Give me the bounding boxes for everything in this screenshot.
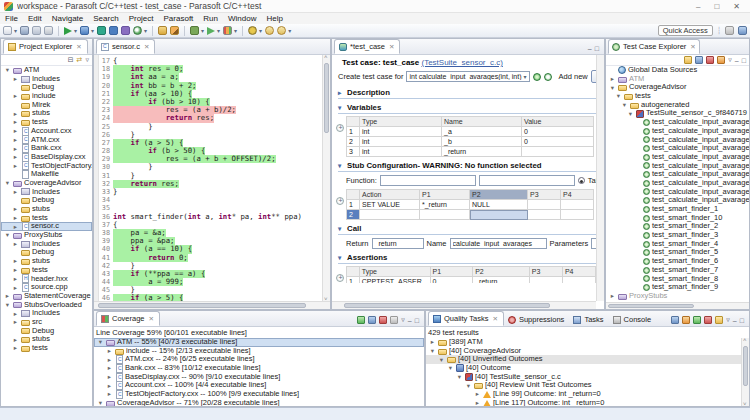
table-row[interactable]: 2int_b0 (347, 137, 594, 147)
expander-icon[interactable]: ▸ (474, 399, 481, 406)
expander-icon[interactable]: ▾ (621, 101, 628, 109)
collapse-all-icon[interactable]: ⊟ (68, 56, 74, 64)
minimize-view-icon[interactable]: – (588, 45, 592, 52)
expander-icon[interactable]: ▸ (12, 153, 19, 161)
table-cell[interactable]: int (360, 147, 442, 157)
external-tools-menu-icon[interactable]: ▾ (259, 27, 262, 34)
expander-icon[interactable]: ▾ (465, 382, 472, 390)
expand-coverage-icon[interactable] (357, 316, 365, 324)
analyze-menu-icon[interactable]: ▾ (144, 27, 147, 34)
table-cell[interactable]: _a (442, 127, 522, 137)
column-header[interactable]: Value (522, 117, 594, 127)
menu-navigate[interactable]: Navigate (47, 14, 89, 23)
table-cell[interactable]: 1 (347, 127, 360, 137)
column-header[interactable] (347, 117, 360, 127)
table-row[interactable]: 3int_return (347, 147, 594, 157)
expander-icon[interactable]: ▾ (4, 66, 11, 74)
column-header[interactable]: Action (360, 190, 420, 200)
tab-tasks[interactable]: Tasks (569, 313, 608, 326)
table-cell[interactable]: SET VALUE (360, 200, 420, 210)
column-header[interactable]: P2 (473, 267, 530, 277)
table-cell[interactable] (420, 210, 470, 220)
function-input-1[interactable] (380, 175, 476, 186)
table-cell[interactable] (528, 210, 561, 220)
back-icon[interactable] (265, 26, 274, 35)
table-radio[interactable] (578, 177, 585, 184)
parasoft-a-icon[interactable] (97, 26, 106, 35)
quick-access-button[interactable]: Quick Access (658, 25, 713, 36)
expander-icon[interactable]: ▸ (338, 89, 344, 97)
expander-icon[interactable]: ▸ (12, 275, 19, 283)
run-menu-icon[interactable]: ▾ (217, 27, 220, 34)
minimize-view-icon[interactable]: – (735, 57, 739, 64)
close-icon[interactable]: ✕ (733, 2, 740, 11)
expander-icon[interactable]: ▾ (97, 399, 104, 406)
variables-table[interactable]: TypeNameValue1int_a02int_b03int_return (346, 116, 594, 157)
expander-icon[interactable]: ▸ (106, 373, 113, 381)
forward-icon[interactable] (277, 26, 286, 35)
test-suite-link[interactable]: (TestSuite_sensor_c.c) (421, 58, 502, 67)
delete-icon[interactable] (704, 316, 712, 324)
expander-icon[interactable]: ▸ (12, 284, 19, 292)
maximize-view-icon[interactable]: □ (742, 57, 746, 64)
maximize-icon[interactable]: □ (714, 2, 719, 11)
test-run-icon[interactable] (64, 27, 72, 35)
expander-icon[interactable]: ▸ (12, 318, 19, 326)
expander-icon[interactable]: ▾ (456, 373, 463, 381)
testcase-vscrollbar[interactable] (596, 55, 604, 301)
tab-coverage[interactable]: Coverage ✕ (96, 311, 160, 326)
cpp-perspective-icon[interactable] (738, 26, 747, 35)
table-cell[interactable] (562, 277, 595, 284)
table-cell[interactable] (561, 200, 594, 210)
view-menu-icon[interactable]: ▿ (401, 316, 405, 324)
assertions-table[interactable]: TypeP1P2P3P41CPPTEST_ASSER...0_return (346, 266, 596, 283)
expander-icon[interactable]: ▸ (12, 92, 19, 100)
tce-hscrollbar[interactable] (606, 302, 749, 309)
table-row[interactable]: 1int_a0 (347, 127, 594, 137)
close-icon[interactable]: ✕ (144, 43, 149, 51)
table-cell[interactable]: 1 (347, 200, 360, 210)
column-header[interactable]: Type (360, 117, 442, 127)
return-input[interactable] (372, 238, 424, 249)
tab-project-explorer[interactable]: Project Explorer ✕ (3, 39, 88, 54)
debug-icon[interactable] (190, 26, 199, 35)
up-arrow-icon[interactable] (682, 316, 690, 324)
menu-window[interactable]: Window (223, 14, 261, 23)
menu-file[interactable]: File (0, 14, 23, 23)
expander-icon[interactable]: ▸ (429, 338, 436, 346)
tree-item[interactable]: ▸tests (1, 344, 92, 353)
expander-icon[interactable]: ▸ (12, 344, 19, 352)
column-header[interactable]: P1 (420, 190, 470, 200)
tree-item[interactable]: test_smart_finder_9 (606, 283, 749, 292)
table-cell[interactable]: _return (473, 277, 530, 284)
expander-icon[interactable]: ▸ (106, 382, 113, 390)
view-menu-icon[interactable]: ▿ (85, 56, 89, 64)
column-header[interactable]: Name (442, 117, 522, 127)
expander-icon[interactable]: ▸ (12, 188, 19, 196)
expander-icon[interactable]: ▾ (338, 225, 344, 233)
expander-icon[interactable]: ▾ (627, 110, 634, 118)
expander-icon[interactable]: ▸ (106, 390, 113, 398)
expander-icon[interactable]: ▸ (12, 110, 19, 118)
table-cell[interactable] (528, 200, 561, 210)
expander-icon[interactable]: ▸ (12, 336, 19, 344)
table-cell[interactable]: int (360, 127, 442, 137)
tree-item[interactable]: ▾CoverageAdvisor (606, 83, 749, 92)
run-tests-icon[interactable] (684, 56, 692, 64)
minimize-icon[interactable]: – (696, 2, 700, 11)
section-description[interactable]: ▸ Description (338, 88, 596, 99)
expander-icon[interactable]: ▸ (12, 145, 19, 153)
table-cell[interactable]: 0 (430, 277, 473, 284)
close-icon[interactable]: ✕ (492, 315, 497, 323)
run-icon[interactable] (207, 27, 215, 35)
external-tools-icon[interactable] (248, 26, 257, 35)
expander-icon[interactable]: ▸ (609, 292, 616, 300)
expander-icon[interactable]: ▸ (12, 162, 19, 170)
tree-item[interactable]: ▾[40] Outcome (426, 364, 741, 373)
expander-icon[interactable]: ▸ (12, 214, 19, 222)
table-row[interactable]: 2 (347, 210, 594, 220)
close-icon[interactable]: ✕ (149, 315, 154, 323)
expander-icon[interactable]: ▸ (12, 205, 19, 213)
generate-test-case-icon[interactable] (544, 73, 552, 81)
table-cell[interactable]: 2 (347, 210, 360, 220)
